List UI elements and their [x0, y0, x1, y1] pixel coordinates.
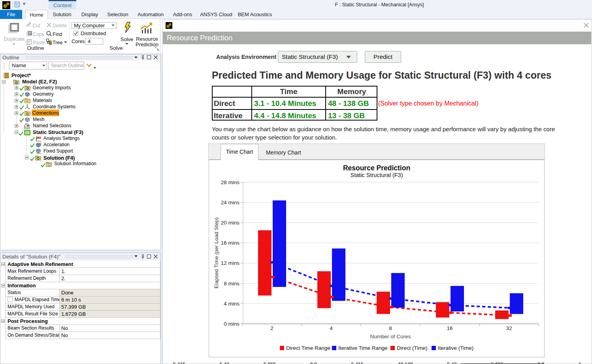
- svg-text:32: 32: [506, 325, 512, 331]
- svg-text:0 mins: 0 mins: [224, 321, 239, 327]
- svg-text:Direct Time Range: Direct Time Range: [286, 345, 330, 351]
- svg-text:2: 2: [270, 325, 273, 331]
- svg-text:28 mins: 28 mins: [221, 179, 240, 185]
- svg-text:24 mins: 24 mins: [221, 200, 240, 206]
- svg-text:Number of Cores: Number of Cores: [370, 334, 411, 339]
- svg-text:8: 8: [389, 325, 392, 331]
- svg-text:12 mins: 12 mins: [221, 260, 240, 266]
- svg-text:Iterative Time Range: Iterative Time Range: [338, 345, 388, 351]
- svg-text:4: 4: [330, 325, 333, 331]
- svg-text:20 mins: 20 mins: [221, 220, 240, 226]
- svg-text:Elapsed Time (per Load Step): Elapsed Time (per Load Step): [213, 217, 219, 288]
- svg-text:8 mins: 8 mins: [224, 281, 239, 287]
- svg-text:Iterative (Time): Iterative (Time): [438, 345, 473, 351]
- svg-text:16: 16: [447, 325, 452, 331]
- svg-text:Static Structural (F3): Static Structural (F3): [351, 172, 403, 178]
- svg-text:16 mins: 16 mins: [221, 240, 240, 246]
- svg-text:4 mins: 4 mins: [224, 301, 239, 307]
- svg-text:Direct (Time): Direct (Time): [397, 345, 428, 351]
- svg-text:Resource Prediction: Resource Prediction: [343, 164, 410, 172]
